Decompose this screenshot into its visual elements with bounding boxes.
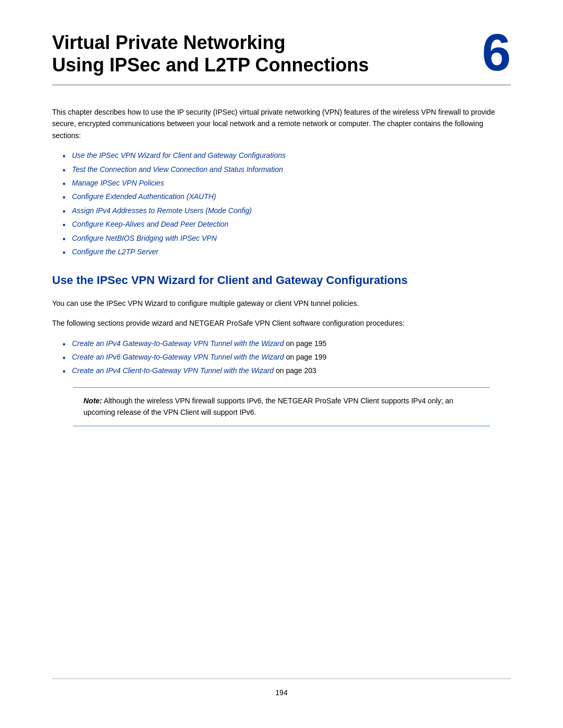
note-label: Note: xyxy=(83,397,102,405)
page: Virtual Private Networking Using IPSec a… xyxy=(0,0,563,728)
note-box: Note: Although the wireless VPN firewall… xyxy=(73,387,490,426)
toc-link-7[interactable]: Configure NetBIOS Bridging with IPSec VP… xyxy=(72,234,217,242)
intro-paragraph: This chapter describes how to use the IP… xyxy=(52,106,511,141)
list-item[interactable]: Configure Extended Authentication (XAUTH… xyxy=(63,191,511,202)
toc-link-6[interactable]: Configure Keep-Alives and Dead Peer Dete… xyxy=(72,220,228,228)
list-item[interactable]: Assign IPv4 Addresses to Remote Users (M… xyxy=(63,205,511,216)
page-number: 194 xyxy=(52,688,511,697)
sub-link-2[interactable]: Create an IPv6 Gateway-to-Gateway VPN Tu… xyxy=(72,353,284,361)
list-item[interactable]: Create an IPv6 Gateway-to-Gateway VPN Tu… xyxy=(63,351,511,363)
chapter-header: Virtual Private Networking Using IPSec a… xyxy=(52,31,511,85)
toc-link-1[interactable]: Use the IPSec VPN Wizard for Client and … xyxy=(72,151,286,159)
toc-link-4[interactable]: Configure Extended Authentication (XAUTH… xyxy=(72,192,216,201)
toc-link-8[interactable]: Configure the L2TP Server xyxy=(72,248,158,256)
list-item[interactable]: Configure the L2TP Server xyxy=(63,246,511,257)
toc-list: Use the IPSec VPN Wizard for Client and … xyxy=(63,150,511,257)
title-line2: Using IPSec and L2TP Connections xyxy=(52,54,369,76)
note-content: Although the wireless VPN firewall suppo… xyxy=(83,397,454,416)
toc-link-2[interactable]: Test the Connection and View Connection … xyxy=(72,165,283,174)
toc-link-3[interactable]: Manage IPSec VPN Policies xyxy=(72,179,164,187)
list-item[interactable]: Configure NetBIOS Bridging with IPSec VP… xyxy=(63,232,511,244)
sub-links-list: Create an IPv4 Gateway-to-Gateway VPN Tu… xyxy=(63,338,511,377)
chapter-title: Virtual Private Networking Using IPSec a… xyxy=(52,31,369,76)
section1-para2: The following sections provide wizard an… xyxy=(52,317,511,329)
page-ref-2: on page 199 xyxy=(286,353,326,361)
chapter-number: 6 xyxy=(482,26,511,78)
list-item[interactable]: Manage IPSec VPN Policies xyxy=(63,177,511,189)
list-item[interactable]: Configure Keep-Alives and Dead Peer Dete… xyxy=(63,218,511,230)
title-line1: Virtual Private Networking xyxy=(52,32,285,53)
section1-heading: Use the IPSec VPN Wizard for Client and … xyxy=(52,273,511,288)
section1-para1: You can use the IPSec VPN Wizard to conf… xyxy=(52,298,511,309)
sub-link-1[interactable]: Create an IPv4 Gateway-to-Gateway VPN Tu… xyxy=(72,339,284,348)
footer: 194 xyxy=(52,678,511,697)
list-item[interactable]: Create an IPv4 Gateway-to-Gateway VPN Tu… xyxy=(63,338,511,349)
list-item[interactable]: Create an IPv4 Client-to-Gateway VPN Tun… xyxy=(63,365,511,376)
toc-link-5[interactable]: Assign IPv4 Addresses to Remote Users (M… xyxy=(72,206,252,215)
list-item[interactable]: Use the IPSec VPN Wizard for Client and … xyxy=(63,150,511,161)
page-ref-1: on page 195 xyxy=(286,339,326,348)
page-ref-3: on page 203 xyxy=(276,366,316,375)
list-item[interactable]: Test the Connection and View Connection … xyxy=(63,164,511,175)
sub-link-3[interactable]: Create an IPv4 Client-to-Gateway VPN Tun… xyxy=(72,366,274,375)
